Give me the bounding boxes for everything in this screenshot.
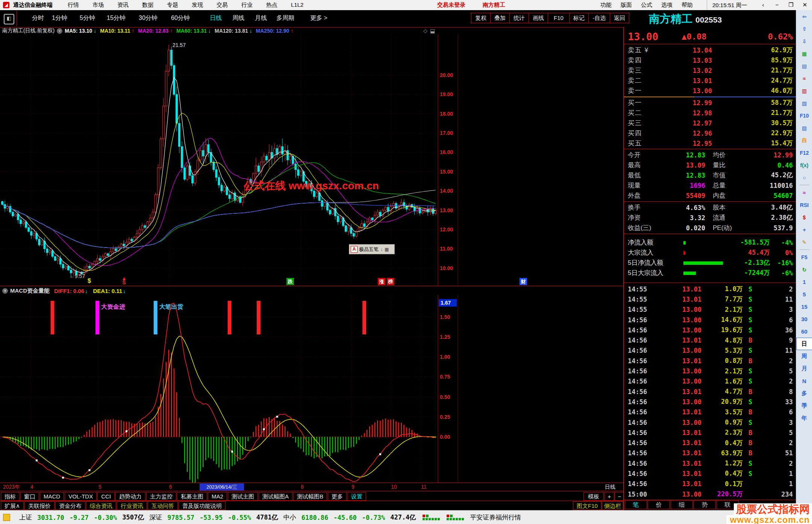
ime-toolbar[interactable]: A 极品五笔 ↓ ▦ <box>349 244 395 254</box>
buy-row-2[interactable]: 买二12.9821.7万 <box>624 108 797 118</box>
buy-row-1[interactable]: 买一12.9958.7万 <box>624 98 797 108</box>
tick-row[interactable]: 14:5613.001.6万S2 <box>624 376 797 387</box>
tool-标记[interactable]: 标记 <box>569 13 589 23</box>
tab-侧边栏《[interactable]: 侧边栏《 <box>602 501 623 510</box>
sidebar-period-周[interactable]: 周 <box>796 350 812 362</box>
rsi-icon[interactable]: RSI <box>796 199 812 211</box>
period-日线[interactable]: 日线 <box>210 14 222 22</box>
tool-画线[interactable]: 画线 <box>529 13 548 23</box>
buy-row-5[interactable]: 买五12.9515.4万 <box>624 138 797 148</box>
menu-版面[interactable]: 版面 <box>621 2 632 9</box>
menu-帮助[interactable]: 帮助 <box>682 2 693 9</box>
structure-icon[interactable]: ▨ <box>796 122 812 134</box>
tool-返回[interactable]: 返回 <box>610 13 629 23</box>
menu-选项[interactable]: 选项 <box>661 2 673 9</box>
tick-row[interactable]: 14:5613.011.2万S2 <box>624 458 797 468</box>
tick-row[interactable]: 14:5613.010.4万B2 <box>624 438 797 448</box>
tick-row[interactable]: 14:5613.0163.9万B51 <box>624 448 797 458</box>
ime-mode-icon[interactable]: A <box>351 246 358 253</box>
data-table-icon[interactable]: ▤ <box>796 60 812 72</box>
diamond-icon[interactable]: ◇ <box>423 28 427 34</box>
sidebar-period-5[interactable]: 5 <box>796 288 812 301</box>
minimize-button[interactable]: − <box>770 0 784 10</box>
wealth-link[interactable]: 财 <box>520 278 527 285</box>
tab-更多[interactable]: 更多 <box>328 492 347 501</box>
tab-关联报价[interactable]: 关联报价 <box>24 501 55 510</box>
sidebar-period-15[interactable]: 15 <box>796 301 812 313</box>
tick-row[interactable]: 14:5613.0019.6万S36 <box>624 325 797 335</box>
tab-设置[interactable]: 设置 <box>347 492 366 501</box>
tick-row[interactable]: 14:5513.002.1万S3 <box>624 305 797 315</box>
current-stock-alert[interactable]: 南方精工 <box>483 2 505 9</box>
buy-row-3[interactable]: 买三12.9730.5万 <box>624 118 797 128</box>
menu-数据[interactable]: 数据 <box>142 2 153 9</box>
pencil-icon[interactable]: ✎ <box>796 236 812 248</box>
page-down-icon[interactable]: ⇩ <box>796 35 812 47</box>
tool-统计[interactable]: 统计 <box>509 13 529 23</box>
period-分时[interactable]: 分时 <box>32 14 44 22</box>
menu-交易[interactable]: 交易 <box>217 2 228 9</box>
tab-资金分布[interactable]: 资金分布 <box>55 501 85 510</box>
detail-tab-价[interactable]: 价 <box>648 500 670 509</box>
tick-row[interactable]: 14:5613.014.7万B8 <box>624 387 797 397</box>
period-月线[interactable]: 月线 <box>255 14 267 22</box>
tool-复权[interactable]: 复权 <box>471 13 491 23</box>
tool-叠加[interactable]: 叠加 <box>490 13 510 23</box>
menu-功能[interactable]: 功能 <box>600 2 612 9</box>
tab-扩展∧[interactable]: 扩展∧ <box>1 501 24 510</box>
tab-VOL-TDX[interactable]: VOL-TDX <box>65 492 97 501</box>
menu-资讯[interactable]: 资讯 <box>117 2 129 9</box>
tick-row[interactable]: 14:5613.010.4万S1 <box>624 468 797 479</box>
sell-row-1[interactable]: 卖五 ¥13.0462.9万 <box>624 45 797 55</box>
sell-row-5[interactable]: 卖一13.0046.0万 <box>624 86 797 96</box>
menu-专题[interactable]: 专题 <box>167 2 178 9</box>
circle-icon[interactable]: ○ <box>796 171 812 184</box>
sidebar-period-年[interactable]: 年 <box>796 412 812 424</box>
sidebar-period-N[interactable]: N <box>796 375 812 387</box>
tab-CCI[interactable]: CCI <box>97 492 115 501</box>
tool-F10[interactable]: F10 <box>548 13 570 23</box>
tick-list[interactable]: 14:5513.011.0万S214:5513.017.7万S1114:5513… <box>624 284 797 499</box>
main-candle-chart[interactable]: 20.0019.0018.0017.0016.0015.0014.0013.00… <box>0 35 623 285</box>
candle-chart-svg[interactable]: 20.0019.0018.0017.0016.0015.0014.0013.00… <box>0 35 623 285</box>
period-5分钟[interactable]: 5分钟 <box>80 14 95 22</box>
zixuan-icon[interactable]: 自 <box>796 134 812 146</box>
tick-row[interactable]: 14:5613.010.8万B2 <box>624 356 797 366</box>
pane-icon[interactable]: ⬓ <box>430 28 435 34</box>
tab-综合资讯[interactable]: 综合资讯 <box>86 501 116 510</box>
period-周线[interactable]: 周线 <box>232 14 244 22</box>
sidebar-period-30[interactable]: 30 <box>796 313 812 325</box>
refresh-icon[interactable]: ↻ <box>796 263 812 276</box>
tab-主力监控[interactable]: 主力监控 <box>146 492 176 501</box>
sell-row-2[interactable]: 卖四13.0385.9万 <box>624 55 797 65</box>
fall-link[interactable]: 跌 <box>286 278 294 285</box>
tab-测试主图[interactable]: 测试主图 <box>228 492 258 501</box>
menu-发现[interactable]: 发现 <box>192 2 203 9</box>
f12-icon[interactable]: F12 <box>796 146 812 159</box>
sidebar-period-日[interactable]: 日 <box>796 338 812 350</box>
sidebar-period-1[interactable]: 1 <box>796 276 812 288</box>
macd-chart-svg[interactable]: 1.501.251.000.750.500.250.001.67大资金进大笔出货 <box>0 295 623 483</box>
macd-panel[interactable]: 1.501.251.000.750.500.250.001.67大资金进大笔出货 <box>0 295 623 483</box>
sidebar-period-季[interactable]: 季 <box>796 400 812 412</box>
multi-line-icon[interactable]: ≈ <box>796 186 812 199</box>
dollar-link[interactable]: $ <box>88 278 91 284</box>
tab-MA2[interactable]: MA2 <box>208 492 227 501</box>
tab-测试幅图B[interactable]: 测试幅图B <box>293 492 327 501</box>
back-arrow-icon[interactable]: ⇦ <box>796 10 812 23</box>
tab-图文F10[interactable]: 图文F10 <box>573 501 601 510</box>
window-split-icon[interactable]: ◧ <box>4 14 14 24</box>
tab-指标[interactable]: 指标 <box>1 492 20 501</box>
menu-行情[interactable]: 行情 <box>68 2 79 9</box>
kline-icon[interactable]: ▥ <box>796 85 812 97</box>
tab-普及版功能说明[interactable]: 普及版功能说明 <box>179 501 226 510</box>
period-1分钟[interactable]: 1分钟 <box>52 14 67 22</box>
detail-tab-笔[interactable]: 笔 <box>625 500 647 509</box>
period-更多 >[interactable]: 更多 > <box>310 14 327 22</box>
tick-row[interactable]: 15:0013.00220.5万234 <box>624 489 797 499</box>
f10-icon[interactable]: F10 <box>796 109 812 122</box>
sidebar-period-多[interactable]: 多 <box>796 387 812 400</box>
tick-row[interactable]: 14:5613.0020.9万S33 <box>624 397 797 407</box>
tick-row[interactable]: 14:5513.017.7万S11 <box>624 294 797 304</box>
formula-icon[interactable]: f(x) <box>796 159 812 171</box>
